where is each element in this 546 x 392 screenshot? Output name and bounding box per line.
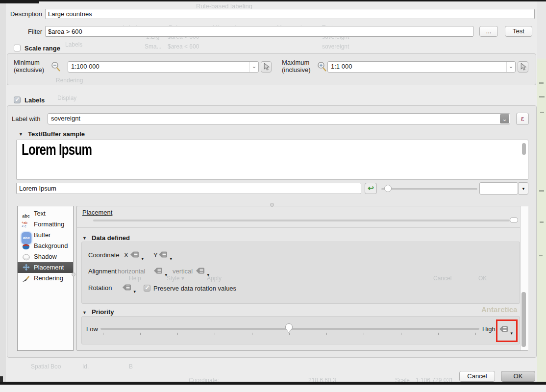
dropdown-arrow-icon: ▾ [207,273,209,277]
labels-checkbox[interactable] [14,97,21,103]
sidebar-item-label: Background [34,241,68,251]
cancel-button[interactable]: Cancel [459,371,495,382]
partial-slider-track[interactable] [93,220,510,221]
collapse-triangle-icon[interactable]: ▼ [19,132,23,137]
epsilon-icon: ε [521,114,524,122]
sidebar-item-label: Text [34,208,46,219]
sidebar-item-rendering[interactable]: Rendering [18,273,73,284]
formatting-icon: +ab< c [22,221,30,228]
dropdown-arrow-icon: ▾ [141,257,144,261]
sidebar-item-placement[interactable]: Placement [18,262,73,273]
sample-size-spinbox[interactable] [479,182,518,195]
data-defined-override-button-halign[interactable]: ▾ [154,266,167,276]
set-max-to-current-scale-button[interactable] [518,61,528,73]
reset-sample-button[interactable]: ↩ [365,183,377,194]
partial-slider-handle[interactable] [510,217,518,223]
panel-scrollbar-thumb[interactable] [521,292,526,347]
collapse-triangle-icon[interactable]: ▼ [82,236,87,241]
sidebar-item-label: Placement [34,262,64,273]
sidebar-item-label: Formatting [34,219,64,230]
data-defined-groupbox [81,242,520,304]
preserve-rotation-label: Preserve data rotation values [153,285,236,292]
placement-title: Placement [82,209,112,216]
chevron-down-icon[interactable]: ⌄ [249,62,258,72]
alignment-horizontal-label: horizontal [118,268,145,275]
label-settings-sidebar: abc Text +ab< c Formatting abc Buffer Ba… [17,206,74,351]
undo-arrow-icon: ↩ [368,184,374,192]
chevron-down-icon[interactable]: ⌄ [500,114,509,123]
label-with-value: sovereignt [51,115,80,122]
splitter-grip[interactable] [72,272,75,276]
sample-size-dropdown-button[interactable]: ▼ [519,182,528,195]
scale-range-label: Scale range [25,45,60,52]
preview-scrollbar[interactable] [522,143,526,155]
sample-size-slider-track[interactable] [381,188,477,190]
preserve-rotation-checkbox[interactable] [144,285,150,292]
collapse-triangle-icon[interactable]: ▼ [82,310,87,315]
maximum-scale-combobox[interactable]: 1:1 000 ⌄ [327,61,516,73]
separator-line [77,227,528,228]
description-label: Description [5,10,42,18]
top-edge-bar [0,0,546,1]
data-defined-icon [123,284,131,291]
data-defined-override-button-rotation[interactable]: ▾ [123,283,136,293]
rotation-label: Rotation [88,284,112,292]
data-defined-override-button-valign[interactable]: ▾ [196,266,209,276]
map-pointer-icon [263,63,270,71]
label-with-combobox[interactable]: sovereignt ⌄ [48,113,510,124]
description-input[interactable] [45,9,535,19]
left-edge-strip [0,1,6,382]
expression-epsilon-button[interactable]: ε [516,113,529,125]
alignment-label: Alignment [88,268,117,275]
sidebar-item-label: Rendering [34,273,63,284]
test-filter-button[interactable]: Test [505,26,532,37]
priority-header[interactable]: Priority [92,308,114,316]
priority-slider-ticks [103,333,476,335]
scale-range-checkbox[interactable] [14,45,21,51]
map-edge [537,1,546,382]
sidebar-item-label: Shadow [34,251,57,262]
sample-size-slider-handle[interactable] [384,185,392,192]
top-left-edge [0,0,39,3]
sidebar-item-shadow[interactable]: Shadow [18,251,73,262]
filter-expression-input[interactable] [45,26,473,37]
ok-button[interactable]: OK [501,371,535,382]
data-defined-icon [196,267,205,274]
sidebar-item-buffer[interactable]: abc Buffer [18,230,73,241]
bottom-left-edge [0,376,3,382]
text-buffer-sample-header[interactable]: Text/Buffer sample [28,130,85,138]
data-defined-header[interactable]: Data defined [92,234,130,242]
rule-properties-dialog: Rule-based labelingLabelRuleMin. scaleMa… [0,0,546,392]
minimum-scale-combobox[interactable]: 1:100 000 ⌄ [68,61,259,73]
labels-label: Labels [25,97,45,104]
sample-preview-text: Lorem Ipsum [22,141,92,159]
filter-label: Filter [5,28,42,35]
priority-slider-handle[interactable] [285,323,293,331]
sidebar-item-formatting[interactable]: +ab< c Formatting [18,219,73,230]
sidebar-item-background[interactable]: Background [18,241,73,251]
splitter-grip[interactable] [270,203,274,207]
priority-high-label: High [482,325,496,333]
data-defined-icon [130,251,139,258]
sidebar-item-text[interactable]: abc Text [18,208,73,219]
data-defined-override-button-y[interactable]: ▾ [159,250,172,260]
map-pointer-icon [520,63,526,71]
rendering-brush-icon [22,275,30,286]
chevron-down-icon[interactable]: ⌄ [506,62,515,72]
spin-arrow-icon: ▼ [521,187,525,191]
data-defined-override-button-x[interactable]: ▾ [130,250,144,260]
expression-builder-button[interactable]: ... [479,26,498,37]
priority-groupbox [81,316,520,344]
below-screen-area [0,385,546,392]
set-min-to-current-scale-button[interactable] [261,61,272,73]
dropdown-arrow-icon: ▾ [170,257,172,261]
coordinate-y-label: Y [153,251,158,259]
maximum-scale-value: 1:1 000 [331,63,352,70]
data-defined-icon [154,267,163,274]
zoom-in-icon [316,61,328,74]
dropdown-arrow-icon: ▾ [165,273,167,277]
minimum-scale-value: 1:100 000 [71,63,99,70]
sample-text-input[interactable] [16,183,361,194]
coordinate-x-label: X [124,251,128,259]
sidebar-item-label: Buffer [34,230,50,241]
